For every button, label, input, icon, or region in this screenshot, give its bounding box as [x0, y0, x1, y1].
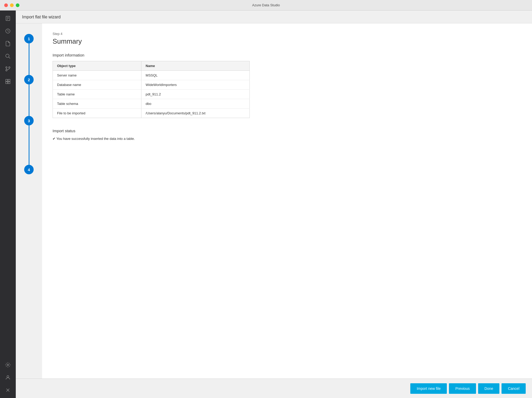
file-icon[interactable] [2, 38, 14, 49]
titlebar: Azure Data Studio [0, 0, 532, 11]
row-value: WideWorldImporters [141, 80, 250, 90]
svg-line-6 [9, 57, 10, 59]
svg-point-16 [7, 376, 9, 377]
git-icon[interactable] [2, 63, 14, 75]
row-label: File to be imported [53, 109, 141, 118]
app-title: Azure Data Studio [252, 3, 280, 7]
step-1: 1 [24, 34, 34, 75]
sidebar-bottom [2, 359, 14, 398]
table-row: Table schemadbo [53, 99, 250, 109]
import-status-title: Import status [53, 129, 521, 133]
window-controls [4, 3, 19, 7]
row-label: Table schema [53, 99, 141, 109]
step-line-3 [29, 125, 29, 165]
wizard-title: Import flat file wizard [22, 15, 61, 19]
status-message-text: ✔ You have successfully inserted the dat… [53, 137, 135, 141]
wizard-header: Import flat file wizard [16, 11, 532, 23]
app-body: Import flat file wizard 1 2 [0, 11, 532, 398]
svg-point-7 [6, 67, 7, 68]
sidebar [0, 11, 16, 398]
settings-icon[interactable] [2, 359, 14, 371]
remote-icon[interactable] [2, 384, 14, 396]
account-icon[interactable] [2, 372, 14, 383]
step-4-circle: 4 [24, 165, 34, 174]
col2-header: Name [141, 61, 250, 71]
close-button[interactable] [4, 3, 8, 7]
step-2: 2 [24, 75, 34, 116]
svg-point-9 [6, 70, 7, 71]
svg-rect-12 [8, 79, 10, 81]
cancel-button[interactable]: Cancel [502, 383, 526, 394]
row-value: /Users/alanyu/Documents/pdt_911.2.txt [141, 109, 250, 118]
wizard-footer: Import new file Previous Done Cancel [16, 379, 532, 398]
svg-rect-11 [6, 79, 8, 81]
history-icon[interactable] [2, 25, 14, 37]
col1-header: Object type [53, 61, 141, 71]
table-row: Table namepdt_911.2 [53, 90, 250, 99]
import-info-title: Import information [53, 53, 521, 57]
step-1-circle: 1 [24, 34, 34, 43]
done-button[interactable]: Done [478, 383, 499, 394]
content-area: Import flat file wizard 1 2 [16, 11, 532, 398]
table-row: File to be imported/Users/alanyu/Documen… [53, 109, 250, 118]
row-value: dbo [141, 99, 250, 109]
svg-point-5 [6, 54, 9, 58]
maximize-button[interactable] [16, 3, 19, 7]
svg-point-8 [9, 67, 10, 68]
page-title: Summary [53, 37, 521, 45]
row-label: Server name [53, 71, 141, 80]
step-label: Step 4 [53, 32, 521, 36]
row-value: MSSQL [141, 71, 250, 80]
explorer-icon[interactable] [2, 13, 14, 24]
extensions-icon[interactable] [2, 76, 14, 87]
minimize-button[interactable] [10, 3, 14, 7]
step-3-circle: 3 [24, 116, 34, 125]
svg-rect-14 [8, 82, 10, 84]
wizard-body: 1 2 3 4 [16, 23, 532, 379]
row-label: Database name [53, 80, 141, 90]
row-value: pdt_911.2 [141, 90, 250, 99]
step-4: 4 [24, 165, 34, 174]
search-icon[interactable] [2, 50, 14, 62]
step-2-circle: 2 [24, 75, 34, 84]
svg-rect-13 [6, 82, 8, 84]
import-info-table: Object type Name Server nameMSSQLDatabas… [53, 61, 250, 118]
previous-button[interactable]: Previous [449, 383, 476, 394]
main-content: Step 4 Summary Import information Object… [42, 23, 532, 379]
row-label: Table name [53, 90, 141, 99]
svg-point-15 [7, 364, 9, 366]
sidebar-top [2, 13, 14, 359]
import-status-message: ✔ You have successfully inserted the dat… [53, 137, 521, 141]
table-row: Database nameWideWorldImporters [53, 80, 250, 90]
import-new-file-button[interactable]: Import new file [410, 383, 447, 394]
steps-panel: 1 2 3 4 [16, 23, 42, 379]
table-row: Server nameMSSQL [53, 71, 250, 80]
step-line-2 [29, 84, 29, 116]
step-3: 3 [24, 116, 34, 165]
step-line-1 [29, 43, 29, 75]
